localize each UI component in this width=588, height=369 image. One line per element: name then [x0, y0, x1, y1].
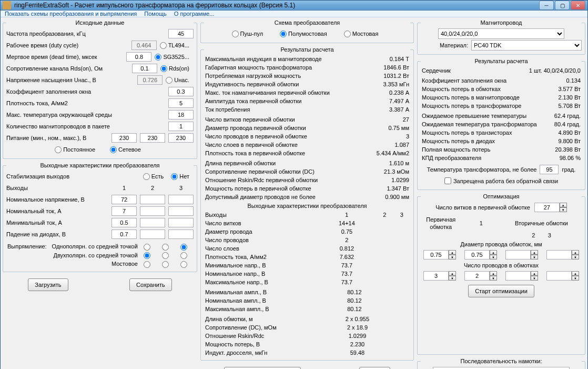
scheme-hb-radio[interactable]: Полумостовая [280, 31, 327, 37]
usat-label: Напряжение насыщения Uнас., В [6, 77, 134, 83]
rect1-r1[interactable] [144, 244, 150, 251]
menubar: Показать схемы преобразования и выпрямле… [1, 11, 587, 17]
inom-input-3[interactable] [168, 206, 194, 216]
opt-nw3-input[interactable] [505, 271, 531, 281]
maximize-button[interactable]: ▢ [555, 1, 570, 10]
rect3-r1[interactable] [144, 261, 150, 268]
stab-yes-radio[interactable]: Есть [143, 173, 164, 180]
tamb-input[interactable] [168, 110, 194, 119]
rds-radio[interactable]: Rds(on) [160, 65, 189, 72]
opt-nw4-input[interactable] [546, 271, 572, 281]
opt-d1-input[interactable] [423, 250, 449, 260]
duty-input [131, 41, 157, 50]
scheme-fb-radio[interactable]: Мостовая [344, 31, 379, 37]
imin-input-2[interactable] [140, 218, 165, 227]
vdiode-input-2[interactable] [140, 230, 165, 239]
vdiode-input-3[interactable] [168, 230, 194, 239]
output-params-group: Выходные характеристики преобразователя … [3, 162, 197, 272]
imin-input-1[interactable] [111, 218, 137, 227]
ps-ac-radio[interactable]: Сетевое [110, 146, 141, 153]
usat-radio[interactable]: Uнас. [166, 77, 189, 84]
app-icon [3, 1, 11, 9]
scheme-pp-radio[interactable]: Пуш-пул [232, 31, 263, 37]
vdiode-input-1[interactable] [111, 230, 137, 239]
rect2-r3[interactable] [180, 252, 187, 259]
ps-const-radio[interactable]: Постоянное [55, 146, 95, 153]
ncore-input[interactable] [168, 122, 194, 131]
spin-down-icon[interactable]: ▼ [560, 207, 567, 212]
duty-label: Рабочее время (duty cycle) [6, 42, 128, 48]
load-button[interactable]: Загрузить [28, 278, 68, 291]
freq-label: Частота преобразования, кГц [6, 31, 165, 37]
opt-d2-input[interactable] [464, 250, 490, 260]
winding-seq-group: Последовательность намотки: Первичная об… [417, 358, 585, 369]
menu-about[interactable]: О программе... [174, 11, 214, 17]
ps-nom-input[interactable] [140, 133, 165, 143]
results2-group: Результаты расчета Сердечник1 шт. 40,0/2… [417, 58, 585, 190]
unom-input-1[interactable] [111, 195, 137, 204]
nofb-checkbox[interactable] [444, 177, 451, 184]
opt-d3-input[interactable] [505, 250, 531, 260]
ps-label: Питание (мин., ном., макс.), В [6, 135, 108, 141]
rect1-r2[interactable] [162, 244, 169, 251]
ps-min-input[interactable] [111, 133, 137, 143]
rect3-r2[interactable] [162, 261, 169, 268]
opt-nw2-input[interactable] [464, 271, 490, 281]
jdens-input[interactable] [168, 98, 194, 108]
menu-help[interactable]: Помощь [144, 11, 167, 17]
tmax-input[interactable] [540, 165, 559, 174]
jdens-label: Плотность тока, А/мм2 [6, 100, 165, 106]
rect2-r2[interactable] [162, 252, 169, 259]
optimization-group: Оптимизация Число витков в первичной обм… [417, 193, 585, 355]
duty-radio[interactable]: TL494... [160, 42, 189, 49]
stab-no-radio[interactable]: Нет [171, 173, 189, 180]
close-button[interactable]: ✕ [571, 1, 585, 10]
freq-input[interactable] [168, 29, 194, 38]
save-button[interactable]: Сохранить [129, 278, 172, 291]
rect-label: Выпрямление: [6, 242, 51, 251]
rds-input[interactable] [132, 64, 157, 73]
unom-input-3[interactable] [168, 195, 194, 204]
opt-d4-input[interactable] [546, 250, 572, 260]
unom-input-2[interactable] [140, 195, 165, 204]
source-data-group: Исходные данные Частота преобразования, … [3, 19, 197, 159]
core-material-select[interactable]: PC40 TDK [471, 40, 582, 51]
spin-up-icon[interactable]: ▲ [560, 203, 567, 207]
inom-input-1[interactable] [111, 206, 137, 216]
source-legend: Исходные данные [73, 19, 128, 26]
rect3-r3[interactable] [180, 261, 187, 268]
imin-input-3[interactable] [168, 218, 194, 227]
rect1-r3[interactable] [180, 244, 187, 251]
tamb-label: Макс. температура окружающей среды [6, 112, 165, 118]
kfill-label: Коэффициент заполнения окна [6, 88, 165, 95]
menu-schemes[interactable]: Показать схемы преобразования и выпрямле… [5, 11, 137, 17]
dead-input[interactable] [126, 52, 151, 62]
core-size-select[interactable]: 40,0/24,0/20,0 [438, 28, 564, 39]
inom-input-2[interactable] [140, 206, 165, 216]
ps-max-input[interactable] [168, 133, 194, 143]
kfill-input[interactable] [168, 87, 194, 96]
core-group: Магнитопровод 40,0/24,0/20,0 Материал:PC… [417, 19, 585, 55]
rect2-r1[interactable] [144, 252, 150, 259]
window-title: ringFerriteExtraSoft - Расчет импульсног… [14, 2, 539, 9]
usat-input [137, 75, 163, 85]
outputs-label: Выходы [6, 185, 108, 191]
ncore-label: Количество магнитопроводов в пакете [6, 123, 165, 129]
results-group: Результаты расчета Максимальная индукция… [200, 46, 414, 361]
dead-label: Мертвое время (dead time), мксек [6, 54, 123, 60]
stab-label: Стабилизация выходов [6, 173, 140, 179]
minimize-button[interactable]: ─ [539, 1, 554, 10]
opt-nw1-input[interactable] [423, 271, 449, 281]
winding-seq-select[interactable]: Первичная обмотка - Вторичные обмотки [433, 367, 570, 369]
auto-calc-button[interactable]: Автоматический расчет [224, 367, 301, 369]
imin-label: Минимальный ток, А [6, 220, 108, 226]
inom-label: Номинальный ток, А [6, 208, 108, 214]
rds-label: Сопротивление канала Rds(on), Ом [6, 65, 129, 72]
scheme-group: Схема преобразователя Пуш-пул Полумостов… [200, 19, 414, 43]
opt-n1-input[interactable] [534, 203, 560, 212]
app-window: ringFerriteExtraSoft - Расчет импульсног… [0, 0, 588, 369]
exit-button[interactable]: Выход [359, 367, 390, 369]
dead-radio[interactable]: SG3525... [155, 54, 189, 61]
start-opt-button[interactable]: Старт оптимизации [468, 285, 534, 297]
titlebar: ringFerriteExtraSoft - Расчет импульсног… [1, 1, 587, 11]
